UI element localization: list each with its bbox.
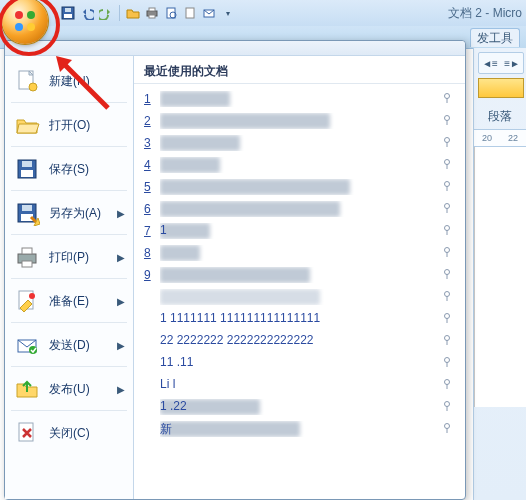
recent-doc-name: Li l	[160, 377, 435, 393]
menu-item-publish[interactable]: 发布(U) ▶	[5, 367, 133, 411]
recent-document-item[interactable]: 新	[140, 418, 459, 440]
window-title: 文档 2 - Micro	[448, 5, 522, 22]
svg-rect-8	[186, 8, 194, 18]
svg-point-45	[445, 423, 450, 428]
pin-icon[interactable]	[441, 136, 455, 151]
qat-open-icon[interactable]	[125, 5, 141, 21]
svg-point-32	[445, 137, 450, 142]
indent-controls-icon[interactable]: ◄≡≡►	[478, 52, 524, 74]
pin-icon[interactable]	[441, 202, 455, 217]
svg-point-12	[15, 23, 23, 31]
pin-icon[interactable]	[441, 92, 455, 107]
recent-document-item[interactable]: 11 .11	[140, 352, 459, 374]
recent-doc-hotkey: 7	[144, 224, 154, 238]
pin-icon[interactable]	[441, 422, 455, 437]
save-as-icon	[13, 199, 41, 227]
svg-point-40	[445, 313, 450, 318]
recent-doc-name	[160, 91, 435, 107]
svg-point-41	[445, 335, 450, 340]
svg-point-30	[445, 93, 450, 98]
ruler-mark: 20	[482, 133, 492, 143]
recent-document-item[interactable]: Li l	[140, 374, 459, 396]
recent-document-item[interactable]: 9	[140, 264, 459, 286]
pin-icon[interactable]	[441, 400, 455, 415]
recent-document-item[interactable]: 4	[140, 154, 459, 176]
recent-document-item[interactable]	[140, 286, 459, 308]
svg-point-11	[27, 11, 35, 19]
recent-document-item[interactable]: 6	[140, 198, 459, 220]
menu-item-new[interactable]: 新建(N)	[5, 59, 133, 103]
publish-icon	[13, 375, 41, 403]
menu-item-save-as[interactable]: 另存为(A) ▶	[5, 191, 133, 235]
svg-point-34	[445, 181, 450, 186]
pin-icon[interactable]	[441, 268, 455, 283]
qat-redo-icon[interactable]	[98, 5, 114, 21]
pin-icon[interactable]	[441, 290, 455, 305]
quick-access-toolbar: ▾	[60, 5, 236, 21]
recent-doc-hotkey: 9	[144, 268, 154, 282]
menu-item-open[interactable]: 打开(O)	[5, 103, 133, 147]
ribbon-tab-visible[interactable]: 发工具	[470, 28, 520, 47]
svg-rect-18	[22, 161, 32, 167]
qat-undo-icon[interactable]	[79, 5, 95, 21]
recent-doc-name	[160, 113, 435, 129]
qat-preview-icon[interactable]	[163, 5, 179, 21]
horizontal-ruler[interactable]: 20 22	[474, 129, 526, 147]
pin-icon[interactable]	[441, 334, 455, 349]
recent-doc-name	[160, 201, 435, 217]
recent-document-item[interactable]: 1 .22	[140, 396, 459, 418]
ruler-mark: 22	[508, 133, 518, 143]
recent-doc-name	[160, 245, 435, 261]
recent-doc-name: 1 1111111 111111111111111	[160, 311, 435, 327]
svg-point-42	[445, 357, 450, 362]
recent-document-item[interactable]: 22 2222222 2222222222222	[140, 330, 459, 352]
pin-icon[interactable]	[441, 246, 455, 261]
qat-save-icon[interactable]	[60, 5, 76, 21]
office-menu-recent-panel: 最近使用的文档 12345671891 1111111 111111111111…	[134, 41, 465, 499]
menu-item-save[interactable]: 保存(S)	[5, 147, 133, 191]
qat-print-icon[interactable]	[144, 5, 160, 21]
recent-doc-name: 1 .22	[160, 399, 435, 415]
recent-doc-hotkey: 2	[144, 114, 154, 128]
pin-icon[interactable]	[441, 180, 455, 195]
menu-item-print[interactable]: 打印(P) ▶	[5, 235, 133, 279]
office-button[interactable]	[2, 0, 48, 44]
submenu-arrow-icon: ▶	[117, 252, 125, 263]
shading-button[interactable]	[478, 78, 524, 98]
qat-customize-dropdown[interactable]: ▾	[220, 5, 236, 21]
recent-document-item[interactable]: 1 1111111 111111111111111	[140, 308, 459, 330]
recent-doc-hotkey: 4	[144, 158, 154, 172]
svg-rect-21	[22, 205, 32, 211]
pin-icon[interactable]	[441, 114, 455, 129]
pin-icon[interactable]	[441, 158, 455, 173]
svg-point-36	[445, 225, 450, 230]
recent-document-item[interactable]: 2	[140, 110, 459, 132]
folder-open-icon	[13, 111, 41, 139]
recent-document-item[interactable]: 71	[140, 220, 459, 242]
menu-item-label: 另存为(A)	[49, 205, 109, 222]
pin-icon[interactable]	[441, 356, 455, 371]
recent-doc-hotkey: 8	[144, 246, 154, 260]
submenu-arrow-icon: ▶	[117, 296, 125, 307]
recent-document-item[interactable]: 5	[140, 176, 459, 198]
menu-item-prepare[interactable]: 准备(E) ▶	[5, 279, 133, 323]
svg-point-33	[445, 159, 450, 164]
menu-item-send[interactable]: 发送(D) ▶	[5, 323, 133, 367]
pin-icon[interactable]	[441, 312, 455, 327]
pin-icon[interactable]	[441, 378, 455, 393]
qat-mail-icon[interactable]	[201, 5, 217, 21]
svg-point-31	[445, 115, 450, 120]
menu-item-close[interactable]: 关闭(C)	[5, 411, 133, 455]
submenu-arrow-icon: ▶	[117, 340, 125, 351]
pin-icon[interactable]	[441, 224, 455, 239]
submenu-arrow-icon: ▶	[117, 384, 125, 395]
recent-doc-name: 1	[160, 223, 435, 239]
recent-document-item[interactable]: 8	[140, 242, 459, 264]
recent-document-item[interactable]: 3	[140, 132, 459, 154]
recent-doc-name	[160, 289, 435, 305]
svg-point-37	[445, 247, 450, 252]
recent-document-item[interactable]: 1	[140, 88, 459, 110]
menu-item-label: 准备(E)	[49, 293, 109, 310]
recent-doc-name	[160, 135, 435, 151]
qat-new-icon[interactable]	[182, 5, 198, 21]
